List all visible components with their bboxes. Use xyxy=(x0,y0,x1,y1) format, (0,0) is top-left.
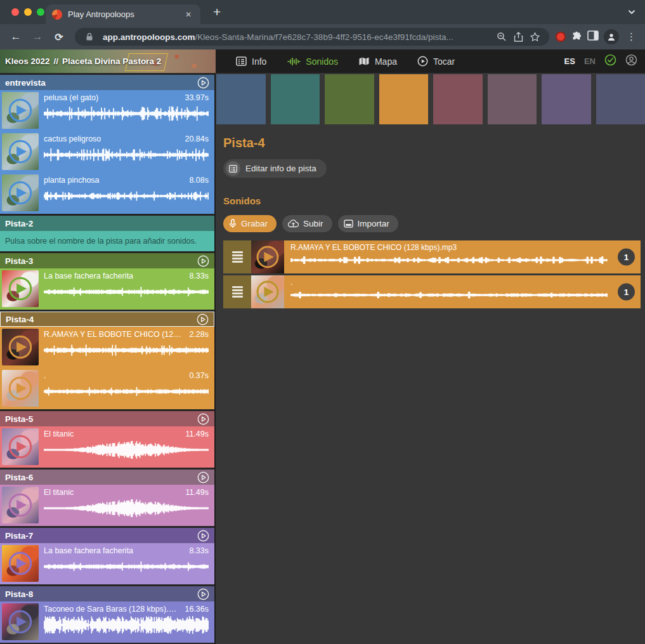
sound-item[interactable]: cactus peligroso20.84s xyxy=(0,131,214,173)
thumbnail-play-icon[interactable] xyxy=(6,179,34,207)
tab-search-chevron-icon[interactable] xyxy=(627,8,636,19)
bookmark-star-icon[interactable] xyxy=(526,29,543,45)
sound-thumbnail[interactable] xyxy=(2,174,39,211)
sound-item[interactable]: Taconeo de Sara Baras (128 kbps).mp316.3… xyxy=(0,601,214,643)
thumbnail-play-icon[interactable] xyxy=(6,275,34,303)
track-header-pista-5[interactable]: Pista-5 xyxy=(0,411,214,426)
color-swatch-5[interactable] xyxy=(433,74,483,124)
extensions-puzzle-icon[interactable] xyxy=(571,30,582,44)
import-button[interactable]: Importar xyxy=(338,215,398,232)
color-swatch-7[interactable] xyxy=(542,74,591,124)
sound-thumbnail[interactable] xyxy=(2,603,39,640)
sound-row[interactable]: R.AMAYA Y EL BOBOTE CHICO (128 kbps).mp3… xyxy=(223,240,641,273)
track-play-icon[interactable] xyxy=(197,471,209,483)
record-button[interactable]: Grabar xyxy=(223,215,277,232)
color-swatch-2[interactable] xyxy=(271,74,320,124)
track-header-pista-6[interactable]: Pista-6 xyxy=(0,470,214,485)
close-window-button[interactable] xyxy=(11,8,19,16)
sound-thumbnail[interactable] xyxy=(2,370,39,407)
track-header-entrevista[interactable]: entrevista xyxy=(0,75,214,90)
thumbnail-play-icon[interactable] xyxy=(6,608,34,636)
thumbnail-play-icon[interactable] xyxy=(6,333,34,361)
track-play-icon[interactable] xyxy=(197,413,209,425)
sound-thumbnail[interactable] xyxy=(251,275,284,308)
sound-item[interactable]: La base fachera facherita8.33s xyxy=(0,543,214,584)
project-banner[interactable]: Kleos 2022//Placeta Divina Pastora 2 xyxy=(0,49,216,73)
drag-handle[interactable] xyxy=(223,275,251,308)
track-play-icon[interactable] xyxy=(197,255,209,267)
sync-check-icon[interactable] xyxy=(604,54,616,69)
track-play-icon[interactable] xyxy=(197,77,209,89)
zoom-window-button[interactable] xyxy=(37,8,44,16)
thumbnail-play-icon[interactable] xyxy=(6,433,34,461)
sound-thumbnail[interactable] xyxy=(2,133,39,170)
lang-en[interactable]: EN xyxy=(584,56,596,66)
color-swatch-4[interactable] xyxy=(379,74,429,124)
profile-avatar[interactable] xyxy=(604,29,619,44)
url-bar[interactable]: app.antropoloops.com/Kleos-Santa-Marina/… xyxy=(75,28,549,46)
sound-thumbnail[interactable] xyxy=(2,329,39,365)
drag-handle[interactable] xyxy=(223,240,251,273)
sound-thumbnail[interactable] xyxy=(2,545,39,582)
upload-button[interactable]: Subir xyxy=(282,215,332,232)
track-header-pista-2[interactable]: Pista-2 xyxy=(0,216,214,231)
nav-tab-info[interactable]: Info xyxy=(228,49,274,73)
share-icon[interactable] xyxy=(510,29,526,45)
account-icon[interactable] xyxy=(625,54,637,69)
track-header-pista-4[interactable]: Pista-4 xyxy=(0,312,214,327)
nav-tab-tocar-label: Tocar xyxy=(433,56,455,67)
thumbnail-play-icon[interactable] xyxy=(6,491,34,519)
back-button[interactable]: ← xyxy=(6,27,25,46)
track-header-pista-7[interactable]: Pista-7 xyxy=(0,528,214,543)
color-swatch-3[interactable] xyxy=(325,74,374,124)
sound-item[interactable]: planta pinchosa8.08s xyxy=(0,173,214,214)
sound-thumbnail[interactable] xyxy=(2,487,39,523)
reload-button[interactable]: ⟳ xyxy=(49,27,68,46)
browser-menu-icon[interactable]: ⋮ xyxy=(624,31,639,43)
thumbnail-play-icon[interactable] xyxy=(254,244,281,270)
forward-button[interactable]: → xyxy=(28,27,47,46)
breadcrumb-project[interactable]: Kleos 2022 xyxy=(5,56,50,66)
sound-item[interactable]: .0.37s xyxy=(0,368,214,409)
edit-track-info-button[interactable]: Editar info de pista xyxy=(223,159,327,178)
sound-item[interactable]: pelusa (el gato)33.97s xyxy=(0,90,214,131)
thumbnail-play-icon[interactable] xyxy=(6,549,34,577)
nav-tab-sonidos[interactable]: Sonidos xyxy=(279,49,346,73)
zoom-out-icon[interactable] xyxy=(493,29,510,45)
track-header-pista-8[interactable]: Pista-8 xyxy=(0,586,214,601)
record-indicator-icon[interactable] xyxy=(556,32,566,42)
sound-thumbnail[interactable] xyxy=(2,92,39,129)
lang-es[interactable]: ES xyxy=(564,56,575,66)
new-tab-button[interactable]: + xyxy=(209,4,225,24)
window-controls xyxy=(11,8,44,16)
side-panel-icon[interactable] xyxy=(587,30,599,43)
sound-item[interactable]: El titanic11.49s xyxy=(0,485,214,526)
color-swatch-1[interactable] xyxy=(216,74,266,124)
track-play-icon[interactable] xyxy=(197,313,209,325)
track-header-pista-3[interactable]: Pista-3 xyxy=(0,253,214,268)
color-swatch-8[interactable] xyxy=(596,74,645,124)
sound-item[interactable]: R.AMAYA Y EL BOBOTE CHICO (128 kbps)....… xyxy=(0,327,214,368)
track-section-pista-2: Pista-2Pulsa sobre el nombre de la pista… xyxy=(0,216,214,251)
thumbnail-play-icon[interactable] xyxy=(6,138,34,166)
minimize-window-button[interactable] xyxy=(24,8,32,16)
sound-item[interactable]: El titanic11.49s xyxy=(0,426,214,468)
nav-tab-mapa[interactable]: Mapa xyxy=(351,49,405,73)
nav-tab-tocar[interactable]: Tocar xyxy=(410,49,462,73)
thumbnail-play-icon[interactable] xyxy=(254,279,281,305)
tab-close-icon[interactable]: ✕ xyxy=(183,9,194,20)
sound-thumbnail[interactable] xyxy=(251,240,284,273)
sound-item[interactable]: La base fachera facherita8.33s xyxy=(0,268,214,310)
sound-thumbnail[interactable] xyxy=(2,428,39,465)
track-play-icon[interactable] xyxy=(197,530,209,542)
waveform xyxy=(44,104,209,123)
track-section-pista-6: Pista-6El titanic11.49s xyxy=(0,470,214,526)
color-swatch-6[interactable] xyxy=(488,74,537,124)
sound-thumbnail[interactable] xyxy=(2,270,39,307)
thumbnail-play-icon[interactable] xyxy=(6,96,34,124)
sound-row[interactable]: .1 xyxy=(223,275,641,308)
waveform xyxy=(44,557,209,576)
browser-tab[interactable]: Play Antropoloops ✕ xyxy=(46,4,200,24)
track-play-icon[interactable] xyxy=(197,588,209,600)
thumbnail-play-icon[interactable] xyxy=(6,374,34,402)
